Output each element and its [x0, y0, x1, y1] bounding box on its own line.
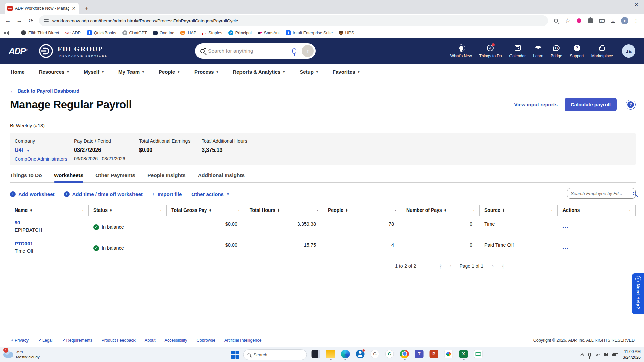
footer-product-feedback-link[interactable]: Product Feedback [101, 338, 135, 343]
taskbar-sheets[interactable] [473, 350, 484, 360]
tab-things-to-do[interactable]: Things to Do [10, 172, 42, 182]
tab-people-insights[interactable]: People Insights [147, 172, 186, 182]
calculate-payroll-button[interactable]: Calculate payroll [565, 98, 617, 111]
taskbar-chrome[interactable] [399, 350, 410, 360]
col-actions[interactable]: Actions⋮ [558, 205, 636, 216]
bookmark-intuit[interactable]: Intuit Enterprise Suite [286, 30, 333, 35]
col-total-hours[interactable]: Total Hours▴▾⋮ [245, 205, 323, 216]
bookmark-hap[interactable]: hapHAP [180, 31, 196, 35]
taskbar-file-explorer[interactable] [325, 350, 336, 360]
taskbar-photos[interactable] [443, 350, 454, 360]
bookmark-saasant[interactable]: SaasAnt [258, 31, 280, 35]
taskbar-edge[interactable] [340, 350, 351, 360]
bookmark-principal[interactable]: PPrincipal [228, 30, 252, 35]
site-settings-icon[interactable] [44, 18, 49, 23]
address-bar[interactable]: workforcenow.adp.com/theme/admin.html#/P… [39, 15, 548, 26]
col-status[interactable]: Status▴▾⋮ [89, 205, 167, 216]
taskbar-grammarly[interactable]: G [384, 350, 395, 360]
new-tab-button[interactable]: + [82, 4, 91, 13]
taskbar-excel[interactable]: X [458, 350, 469, 360]
tab-worksheets[interactable]: Worksheets [54, 172, 84, 182]
column-menu-icon[interactable]: ⋮ [237, 208, 241, 213]
last-page-icon[interactable]: ›| [502, 263, 503, 269]
footer-requirements-link[interactable]: Requirements [62, 338, 93, 343]
column-menu-icon[interactable]: ⋮ [472, 208, 476, 213]
company-admin-link[interactable]: CompOne Administrators [15, 156, 74, 162]
browser-menu-icon[interactable]: ⋮ [631, 16, 641, 25]
calendar-button[interactable]: Calendar [509, 44, 526, 58]
sort-icon[interactable]: ▴▾ [110, 208, 112, 212]
taskbar-teams[interactable]: T [414, 350, 425, 360]
worksheet-link[interactable]: PTO001 [15, 241, 33, 246]
browser-tab[interactable]: ADP ADP Workforce Now - Manage ✕ [5, 3, 79, 14]
employee-search[interactable] [567, 188, 636, 199]
bookmark-one-inc[interactable]: One Inc [153, 31, 174, 35]
column-menu-icon[interactable]: ⋮ [393, 208, 398, 213]
nav-home[interactable]: Home [11, 69, 25, 75]
employee-search-input[interactable] [571, 191, 631, 196]
back-to-dashboard-link[interactable]: ← Back to Payroll Dashboard [10, 88, 79, 94]
bridge-button[interactable]: Bridge [551, 44, 562, 58]
bookmark-star-icon[interactable]: ☆ [563, 16, 572, 25]
nav-setup[interactable]: Setup▼ [300, 69, 319, 75]
taskbar-app-g[interactable]: G [369, 350, 381, 360]
add-worksheet-button[interactable]: +Add worksheet [10, 191, 55, 197]
tab-close-icon[interactable]: ✕ [71, 6, 76, 11]
search-tabs-icon[interactable] [551, 16, 561, 25]
window-minimize-button[interactable]: ─ [594, 2, 604, 7]
column-menu-icon[interactable]: ⋮ [159, 208, 163, 213]
bookmark-staples[interactable]: Staples [202, 31, 222, 35]
col-name[interactable]: Name▴▾⋮ [10, 205, 89, 216]
speaker-icon[interactable] [605, 353, 608, 356]
taskbar-app-dark[interactable] [310, 350, 322, 360]
footer-ai-link[interactable]: Artificial Intelligence [224, 338, 261, 343]
sort-icon[interactable]: ▴▾ [445, 208, 446, 212]
bookmark-ups[interactable]: upsUPS [339, 31, 354, 35]
apps-grid-icon[interactable] [4, 31, 9, 35]
footer-legal-link[interactable]: Legal [38, 338, 53, 343]
microphone-tray-icon[interactable] [588, 353, 591, 357]
nav-people[interactable]: People▼ [159, 69, 180, 75]
microphone-icon[interactable] [292, 48, 296, 54]
url-text[interactable]: workforcenow.adp.com/theme/admin.html#/P… [52, 18, 238, 23]
footer-about-link[interactable]: About [145, 338, 156, 343]
sort-icon[interactable]: ▴▾ [210, 208, 211, 212]
col-total-gross-pay[interactable]: Total Gross Pay▴▾⋮ [167, 205, 245, 216]
column-menu-icon[interactable]: ⋮ [315, 208, 320, 213]
taskbar-weather-widget[interactable]: 1 35°FMostly cloudy [3, 350, 40, 360]
other-actions-button[interactable]: Other actions▼ [191, 191, 230, 197]
bookmark-quickbooks[interactable]: QuickBooks [87, 30, 116, 35]
battery-icon[interactable] [612, 353, 618, 356]
bookmark-chatgpt[interactable]: ChatGPT [122, 30, 147, 35]
forward-icon[interactable]: → [15, 16, 24, 25]
sort-icon[interactable]: ▴▾ [503, 208, 504, 212]
global-search-input[interactable] [208, 48, 289, 54]
browser-profile-icon[interactable]: ● [620, 16, 629, 25]
row-actions-button[interactable]: ... [562, 220, 636, 230]
taskbar-clock[interactable]: 11:00 AM3/24/2026 [623, 349, 641, 360]
sort-icon[interactable]: ▴▾ [346, 208, 347, 212]
column-menu-icon[interactable]: ⋮ [80, 208, 85, 213]
col-number-of-pays[interactable]: Number of Pays▴▾⋮ [401, 205, 480, 216]
whats-new-button[interactable]: What's New [450, 44, 472, 58]
company-selector[interactable]: U4F ▼ [15, 147, 74, 153]
sort-icon[interactable]: ▴▾ [30, 208, 32, 212]
nav-favorites[interactable]: Favorites▼ [333, 69, 360, 75]
nav-myself[interactable]: Myself▼ [84, 69, 104, 75]
nav-resources[interactable]: Resources▼ [39, 69, 70, 75]
footer-cobrowse-link[interactable]: Cobrowse [197, 338, 215, 343]
sort-icon[interactable]: ▴▾ [278, 208, 279, 212]
worksheet-link[interactable]: 90 [15, 220, 20, 225]
extensions-puzzle-icon[interactable] [586, 16, 595, 25]
tab-additional-insights[interactable]: Additional Insights [198, 172, 245, 182]
reload-icon[interactable]: ⟳ [26, 16, 36, 25]
view-input-reports-link[interactable]: View input reports [514, 102, 558, 107]
column-menu-icon[interactable]: ⋮ [628, 208, 632, 213]
nav-reports-analytics[interactable]: Reports & Analytics▼ [233, 69, 285, 75]
column-menu-icon[interactable]: ⋮ [550, 208, 554, 213]
bookmark-adp[interactable]: ADPADP [65, 30, 81, 35]
search-icon[interactable] [633, 192, 636, 195]
marketplace-button[interactable]: Marketplace [591, 44, 613, 58]
need-help-tab[interactable]: ? Need Help? [632, 273, 644, 314]
wifi-icon[interactable] [596, 353, 600, 356]
